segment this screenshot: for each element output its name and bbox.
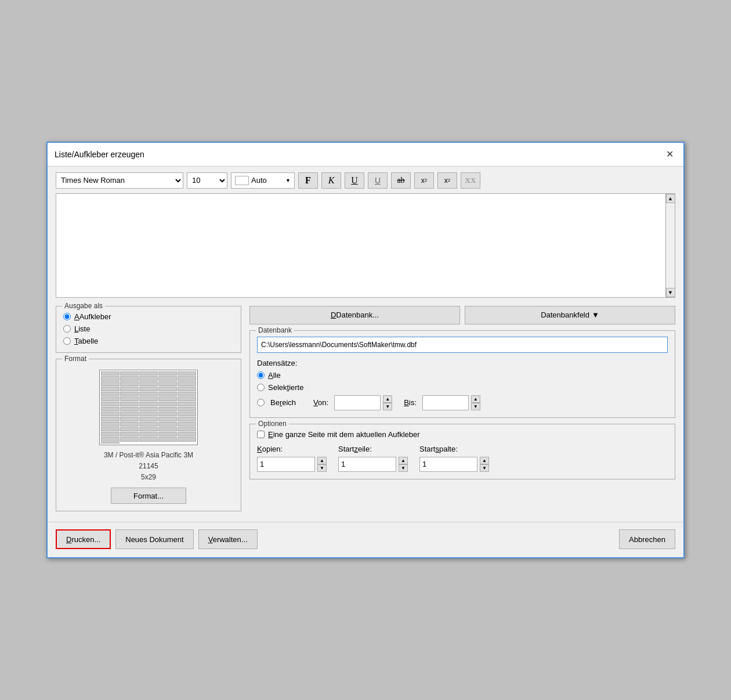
label-cell bbox=[139, 432, 158, 436]
datenbank-path-input[interactable] bbox=[257, 337, 668, 353]
kopien-spin-up[interactable]: ▲ bbox=[317, 457, 327, 464]
label-cell bbox=[158, 412, 177, 416]
format-button[interactable]: Format... bbox=[111, 488, 186, 504]
label-cell bbox=[139, 392, 158, 396]
label-cell bbox=[178, 376, 196, 381]
italic-button[interactable]: K bbox=[321, 172, 341, 189]
label-cell bbox=[101, 387, 120, 391]
kopien-spin-down[interactable]: ▼ bbox=[317, 464, 327, 472]
liste-label[interactable]: Liste bbox=[74, 324, 90, 333]
label-cell bbox=[101, 422, 120, 427]
startspalte-spin-up[interactable]: ▲ bbox=[480, 457, 489, 464]
title-bar: Liste/Aufkleber erzeugen ✕ bbox=[48, 143, 683, 167]
bis-spin-down[interactable]: ▼ bbox=[471, 403, 480, 410]
von-label: Von: bbox=[313, 398, 328, 407]
bold-button[interactable]: F bbox=[298, 172, 318, 189]
selektierte-label[interactable]: Selektierte bbox=[268, 383, 303, 392]
text-editor[interactable] bbox=[56, 194, 675, 297]
label-cell bbox=[158, 392, 177, 396]
label-cell bbox=[178, 422, 196, 427]
label-cell bbox=[120, 381, 139, 386]
bis-input[interactable] bbox=[422, 395, 469, 410]
label-cell bbox=[120, 396, 139, 401]
seite-label[interactable]: Eine ganze Seite mit dem aktuellen Aufkl… bbox=[268, 430, 420, 439]
liste-row: Liste bbox=[63, 324, 234, 333]
startzeile-spin-up[interactable]: ▲ bbox=[399, 457, 408, 464]
strikethrough-button[interactable]: ab bbox=[391, 172, 411, 189]
special-button[interactable]: XX bbox=[461, 172, 480, 189]
startzeile-input[interactable] bbox=[338, 457, 396, 472]
scroll-up-arrow[interactable]: ▲ bbox=[666, 194, 675, 203]
superscript-button[interactable]: x2 bbox=[437, 172, 457, 189]
label-cell bbox=[158, 396, 177, 401]
kopien-input[interactable] bbox=[257, 457, 315, 472]
color-arrow: ▼ bbox=[285, 178, 291, 183]
color-selector[interactable]: Auto ▼ bbox=[231, 172, 295, 189]
startspalte-spinner: ▲ ▼ bbox=[419, 457, 489, 472]
label-cell bbox=[158, 422, 177, 427]
verwalten-button[interactable]: Verwalten... bbox=[198, 529, 258, 549]
abbrechen-button[interactable]: Abbrechen bbox=[619, 529, 675, 549]
datensaetze-label: Datensätze: bbox=[257, 359, 668, 367]
bereich-radio[interactable] bbox=[257, 399, 265, 406]
seite-checkbox[interactable] bbox=[257, 431, 265, 438]
label-cell bbox=[178, 402, 196, 406]
label-cell bbox=[178, 417, 196, 421]
von-spin-up[interactable]: ▲ bbox=[383, 395, 392, 403]
aufkleber-label[interactable]: AAufkleber bbox=[74, 312, 111, 321]
alle-label[interactable]: Alle bbox=[268, 371, 281, 380]
label-cell bbox=[101, 442, 120, 443]
von-input[interactable] bbox=[334, 395, 381, 410]
underline-button[interactable]: U bbox=[345, 172, 364, 189]
tabelle-label[interactable]: Tabelle bbox=[74, 337, 98, 345]
label-cell bbox=[178, 437, 196, 442]
close-button[interactable]: ✕ bbox=[663, 147, 676, 161]
datenbankfeld-button[interactable]: Datenbankfeld ▼ bbox=[465, 306, 675, 324]
startspalte-spin-buttons: ▲ ▼ bbox=[480, 457, 489, 472]
label-cell bbox=[120, 392, 139, 396]
size-select[interactable]: 10 bbox=[187, 172, 227, 189]
label-cell bbox=[101, 417, 120, 421]
label-cell bbox=[139, 387, 158, 391]
von-spin-buttons: ▲ ▼ bbox=[383, 395, 392, 410]
drucken-button[interactable]: Drucken... bbox=[56, 529, 111, 549]
label-cell bbox=[178, 381, 196, 386]
toolbar: Times New Roman 10 Auto ▼ F K U U ab x2 … bbox=[56, 172, 675, 189]
label-cell bbox=[120, 422, 139, 427]
left-panel: Ausgabe als AAufkleber Liste bbox=[56, 306, 241, 512]
color-box bbox=[235, 176, 249, 185]
datenbank-button[interactable]: DDatenbank... bbox=[249, 306, 460, 324]
subscript-button[interactable]: x2 bbox=[414, 172, 434, 189]
bereich-label[interactable]: Bereich bbox=[270, 398, 296, 407]
label-cell bbox=[178, 432, 196, 436]
label-preview bbox=[99, 370, 198, 445]
startspalte-col-label: Startspalte: bbox=[419, 445, 489, 453]
von-spin-down[interactable]: ▼ bbox=[383, 403, 392, 410]
liste-radio[interactable] bbox=[63, 325, 71, 333]
startspalte-spin-down[interactable]: ▼ bbox=[480, 464, 489, 472]
footer: Drucken... Neues Dokument Verwalten... A… bbox=[48, 522, 683, 557]
startzeile-spin-down[interactable]: ▼ bbox=[399, 464, 408, 472]
neues-dokument-button[interactable]: Neues Dokument bbox=[115, 529, 193, 549]
selektierte-radio[interactable] bbox=[257, 384, 265, 391]
dialog-body: Times New Roman 10 Auto ▼ F K U U ab x2 … bbox=[48, 167, 683, 520]
label-cell bbox=[101, 376, 120, 381]
startspalte-input[interactable] bbox=[419, 457, 477, 472]
font-select[interactable]: Times New Roman bbox=[56, 172, 183, 189]
label-cell bbox=[101, 392, 120, 396]
label-cell bbox=[139, 376, 158, 381]
tabelle-radio[interactable] bbox=[63, 337, 71, 345]
color-label: Auto bbox=[251, 176, 267, 185]
vertical-scrollbar[interactable]: ▲ ▼ bbox=[665, 194, 675, 297]
scroll-down-arrow[interactable]: ▼ bbox=[666, 288, 675, 297]
aufkleber-radio[interactable] bbox=[63, 313, 71, 320]
label-cell bbox=[120, 402, 139, 406]
tabelle-row: Tabelle bbox=[63, 337, 234, 345]
bis-spin-up[interactable]: ▲ bbox=[471, 395, 480, 403]
label-cell bbox=[178, 396, 196, 401]
label-cell bbox=[101, 412, 120, 416]
alle-radio[interactable] bbox=[257, 371, 265, 379]
format-info-line2: 21145 bbox=[63, 461, 234, 472]
label-cell bbox=[178, 387, 196, 391]
underline2-button[interactable]: U bbox=[368, 172, 388, 189]
